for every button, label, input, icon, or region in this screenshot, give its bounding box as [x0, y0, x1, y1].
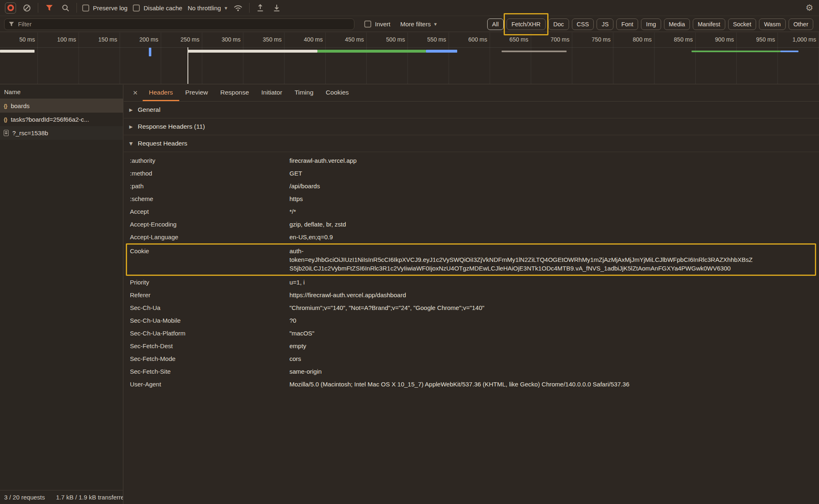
filter-chip-css[interactable]: CSS [572, 18, 594, 30]
tab-initiator[interactable]: Initiator [255, 85, 289, 101]
invert-filter-toggle[interactable]: Invert [364, 21, 391, 28]
timeline-tick-label: 600 ms [453, 36, 487, 43]
timeline-tick-label: 350 ms [247, 36, 282, 43]
header-name: :method [130, 169, 289, 178]
import-har-button[interactable] [255, 2, 266, 14]
filter-chip-fetch-xhr[interactable]: Fetch/XHR [507, 18, 546, 30]
chip-wrap: CSS [572, 18, 594, 30]
toolbar-divider [38, 3, 38, 13]
filter-chip-img[interactable]: Img [641, 18, 661, 30]
request-row-tasks-boardid-256f66a2-c[interactable]: {}tasks?boardId=256f66a2-c... [0, 113, 123, 126]
clear-icon [23, 4, 31, 12]
tab-response[interactable]: Response [214, 85, 255, 101]
waterfall-bar [317, 50, 426, 53]
download-icon [273, 4, 281, 12]
chip-wrap: Fetch/XHR [507, 18, 546, 30]
timeline-event-marker [187, 47, 188, 84]
name-column-header[interactable]: Name [0, 85, 123, 99]
tab-cookies[interactable]: Cookies [319, 85, 355, 101]
filter-chip-manifest[interactable]: Manifest [693, 18, 725, 30]
header-value: u=1, i [289, 278, 812, 287]
section-response-headers-11[interactable]: ▶Response Headers (11) [124, 118, 819, 135]
export-har-button[interactable] [271, 2, 282, 14]
invert-label: Invert [375, 21, 391, 28]
preserve-log-label: Preserve log [93, 5, 127, 12]
throttling-value: No throttling [187, 5, 221, 12]
tab-preview[interactable]: Preview [179, 85, 214, 101]
throttling-dropdown[interactable]: No throttling ▾ [187, 5, 227, 12]
header-value: empty [289, 342, 812, 350]
header-value: en-US,en;q=0.9 [289, 233, 812, 241]
chip-wrap: Socket [728, 18, 756, 30]
filter-chip-other[interactable]: Other [789, 18, 813, 30]
header-value: cors [289, 354, 812, 363]
timeline-gridline [777, 32, 778, 84]
search-icon [62, 4, 69, 12]
filter-toggle-button[interactable] [44, 2, 55, 14]
filter-chip-all[interactable]: All [487, 18, 504, 30]
header-row-user-agent: User-AgentMozilla/5.0 (Macintosh; Intel … [124, 378, 819, 391]
timeline-tick-label: 1,000 ms [782, 36, 816, 43]
header-value: "macOS" [289, 329, 812, 338]
record-button[interactable] [5, 2, 16, 14]
network-toolbar: Preserve log Disable cache No throttling… [0, 0, 819, 16]
filter-chip-doc[interactable]: Doc [548, 18, 569, 30]
network-conditions-button[interactable] [233, 2, 244, 14]
disable-cache-toggle[interactable]: Disable cache [133, 5, 182, 12]
header-value: GET [289, 169, 812, 178]
timeline-tick-label: 700 ms [535, 36, 569, 43]
timeline-tick-label: 850 ms [658, 36, 693, 43]
timeline-tick-label: 900 ms [699, 36, 734, 43]
timeline-overview[interactable]: 50 ms100 ms150 ms200 ms250 ms300 ms350 m… [0, 32, 819, 84]
request-row-boards[interactable]: {}boards [0, 99, 123, 113]
header-row-cookie: Cookieauth-token=eyJhbGciOiJIUzI1NiIsInR… [124, 243, 819, 276]
header-name: :scheme [130, 194, 289, 203]
network-summary-bar: 3 / 20 requests 1.7 kB / 1.9 kB transfer… [0, 490, 123, 504]
timeline-gridline [736, 32, 737, 84]
filter-input-box[interactable] [4, 18, 354, 30]
request-row-rsc-1538b[interactable]: ?_rsc=1538b [0, 126, 123, 140]
timeline-gridline [407, 32, 408, 84]
timeline-tick-label: 200 ms [124, 36, 158, 43]
section-request-headers[interactable]: ▼Request Headers [124, 135, 819, 152]
funnel-icon [9, 21, 14, 27]
network-filter-bar: Invert More filters ▾ AllFetch/XHRDocCSS… [0, 16, 819, 32]
header-value: auth-token=eyJhbGciOiJIUzI1NiIsInR5cCI6I… [289, 247, 756, 273]
tab-headers[interactable]: Headers [143, 85, 179, 101]
braces-icon: {} [4, 103, 7, 109]
resource-filter-chips: AllFetch/XHRDocCSSJSFontImgMediaManifest… [487, 18, 813, 30]
tab-timing[interactable]: Timing [288, 85, 319, 101]
settings-gear-icon[interactable]: ⚙ [805, 4, 813, 12]
close-icon[interactable]: ✕ [128, 85, 143, 101]
funnel-icon [46, 5, 53, 11]
preserve-log-checkbox[interactable] [82, 5, 89, 12]
clear-button[interactable] [21, 2, 32, 14]
timeline-tick-label: 800 ms [617, 36, 652, 43]
filter-chip-font[interactable]: Font [616, 18, 638, 30]
filter-chip-wasm[interactable]: Wasm [759, 18, 786, 30]
preserve-log-toggle[interactable]: Preserve log [82, 5, 127, 12]
filter-chip-js[interactable]: JS [597, 18, 613, 30]
filter-chip-media[interactable]: Media [664, 18, 690, 30]
record-icon [7, 5, 14, 11]
filter-input[interactable] [18, 21, 350, 28]
filter-chip-socket[interactable]: Socket [728, 18, 756, 30]
more-filters-dropdown[interactable]: More filters ▾ [400, 21, 437, 28]
disable-cache-checkbox[interactable] [133, 5, 140, 12]
chip-wrap: Wasm [759, 18, 786, 30]
timeline-tick-label: 250 ms [165, 36, 199, 43]
invert-checkbox[interactable] [364, 21, 371, 28]
search-button[interactable] [60, 2, 71, 14]
timeline-tick-label: 100 ms [42, 36, 76, 43]
timeline-gridline [490, 32, 490, 84]
chip-wrap: Font [616, 18, 638, 30]
triangle-down-icon: ▼ [128, 141, 134, 146]
request-name: boards [11, 102, 30, 109]
network-conditions-icon [234, 4, 243, 12]
chip-wrap: Doc [548, 18, 569, 30]
chip-wrap: JS [597, 18, 613, 30]
timeline-gridline [202, 32, 202, 84]
header-value: ?0 [289, 316, 812, 325]
section-general[interactable]: ▶General [124, 102, 819, 118]
more-filters-label: More filters [400, 21, 431, 28]
